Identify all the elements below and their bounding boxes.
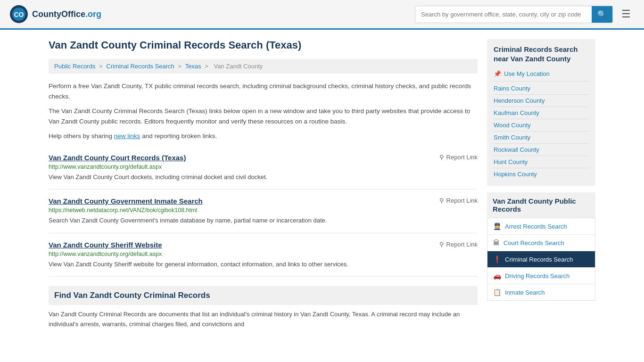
resource-title-3[interactable]: Van Zandt County Sheriff Website	[49, 241, 162, 249]
records-item-driving[interactable]: 🚗 Driving Records Search	[487, 268, 595, 284]
public-records-title: Van Zandt County Public Records	[487, 192, 595, 218]
resource-item-3: Van Zandt County Sheriff Website ⚲ Repor…	[49, 233, 478, 277]
nearby-county-6[interactable]: Hunt County	[494, 156, 589, 168]
resource-url-2[interactable]: https://netweb.netdatacorp.net/VANZ/bok/…	[49, 207, 478, 214]
breadcrumb-public-records[interactable]: Public Records	[54, 63, 95, 70]
nearby-title: Criminal Records Search near Van Zandt C…	[494, 45, 589, 63]
resource-desc-2: Search Van Zandt County Government's inm…	[49, 216, 478, 225]
logo-area: CO CountyOffice.org	[9, 5, 101, 24]
public-records-box: Van Zandt County Public Records 👮 Arrest…	[487, 192, 595, 301]
find-section-text: Van Zandt County Criminal Records are do…	[49, 310, 478, 329]
court-icon: 🏛	[493, 239, 500, 247]
records-item-arrest[interactable]: 👮 Arrest Records Search	[487, 218, 595, 235]
svg-text:CO: CO	[14, 11, 24, 18]
report-link-2[interactable]: ⚲ Report Link	[439, 197, 478, 204]
nearby-county-0[interactable]: Rains County	[494, 82, 589, 95]
search-bar: 🔍	[415, 6, 613, 23]
resource-desc-1: View Van Zandt County Court dockets, inc…	[49, 173, 478, 182]
arrest-icon: 👮	[493, 222, 501, 230]
resource-title-2[interactable]: Van Zandt County Government Inmate Searc…	[49, 197, 203, 205]
breadcrumb-current: Van Zandt County	[214, 63, 263, 70]
content-area: Van Zandt County Criminal Records Search…	[49, 39, 478, 329]
report-icon-2: ⚲	[439, 197, 444, 204]
nearby-county-1[interactable]: Henderson County	[494, 95, 589, 107]
resource-url-1[interactable]: http://www.vanzandtcounty.org/default.as…	[49, 164, 478, 170]
logo-icon: CO	[9, 5, 28, 24]
main-container: Van Zandt County Criminal Records Search…	[39, 30, 605, 339]
nearby-county-2[interactable]: Kaufman County	[494, 107, 589, 119]
logo-text: CountyOffice.org	[32, 9, 101, 19]
report-link-1[interactable]: ⚲ Report Link	[439, 154, 478, 161]
records-item-criminal[interactable]: ❗ Criminal Records Search	[487, 251, 595, 268]
description-1: Perform a free Van Zandt County, TX publ…	[49, 81, 478, 101]
report-icon-1: ⚲	[439, 154, 444, 161]
location-pin-icon: 📌	[494, 70, 501, 77]
resource-title-1[interactable]: Van Zandt County Court Records (Texas)	[49, 154, 186, 162]
inmate-icon: 📋	[493, 288, 501, 296]
sidebar: Criminal Records Search near Van Zandt C…	[487, 39, 595, 329]
records-item-court[interactable]: 🏛 Court Records Search	[487, 235, 595, 251]
nearby-county-4[interactable]: Smith County	[494, 132, 589, 144]
find-section-heading: Find Van Zandt County Criminal Records	[49, 286, 478, 305]
header-right: 🔍 ☰	[415, 6, 635, 23]
search-input[interactable]	[415, 7, 592, 22]
site-header: CO CountyOffice.org 🔍 ☰	[0, 0, 644, 30]
use-location-link[interactable]: 📌 Use My Location	[494, 68, 589, 82]
criminal-icon: ❗	[493, 255, 501, 263]
report-icon-3: ⚲	[439, 241, 444, 248]
nearby-box: Criminal Records Search near Van Zandt C…	[487, 39, 595, 186]
nearby-county-7[interactable]: Hopkins County	[494, 168, 589, 180]
resource-url-3[interactable]: http://www.vanzandtcounty.org/default.as…	[49, 251, 478, 257]
public-records-list: 👮 Arrest Records Search 🏛 Court Records …	[487, 218, 595, 301]
new-links-link[interactable]: new links	[114, 132, 140, 140]
breadcrumb-criminal-records[interactable]: Criminal Records Search	[106, 63, 174, 70]
records-item-inmate[interactable]: 📋 Inmate Search	[487, 284, 595, 300]
nearby-county-5[interactable]: Rockwall County	[494, 144, 589, 156]
breadcrumb: Public Records > Criminal Records Search…	[49, 59, 478, 74]
nearby-county-3[interactable]: Wood County	[494, 119, 589, 132]
resource-item-1: Van Zandt County Court Records (Texas) ⚲…	[49, 146, 478, 190]
description-2: The Van Zandt County Criminal Records Se…	[49, 106, 478, 126]
page-title: Van Zandt County Criminal Records Search…	[49, 39, 478, 51]
resource-desc-3: View Van Zandt County Sheriff website fo…	[49, 260, 478, 269]
breadcrumb-texas[interactable]: Texas	[185, 63, 201, 70]
report-link-3[interactable]: ⚲ Report Link	[439, 241, 478, 248]
driving-icon: 🚗	[493, 272, 501, 280]
search-button[interactable]: 🔍	[592, 6, 612, 23]
resource-item-2: Van Zandt County Government Inmate Searc…	[49, 189, 478, 233]
hamburger-menu-icon[interactable]: ☰	[618, 6, 635, 23]
description-3: Help others by sharing new links and rep…	[49, 131, 478, 141]
